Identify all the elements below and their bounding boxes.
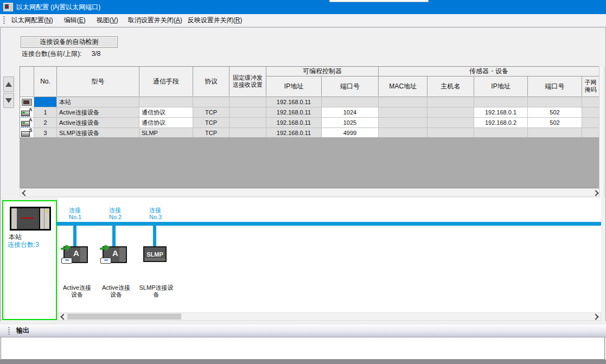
header-protocol: 协议 xyxy=(193,67,229,96)
ethernet-trunk-line xyxy=(57,222,601,226)
header-icon-col xyxy=(20,67,34,96)
header-sensor-ip: IP地址 xyxy=(474,76,528,96)
cell-sensor-port[interactable]: 502 xyxy=(528,118,582,128)
window-title: 以太网配置 (内置以太网端口) xyxy=(16,3,100,12)
active-device-icon: A xyxy=(21,108,33,117)
active-device-node-2[interactable]: A xyxy=(103,246,127,263)
menu-cancel-and-close[interactable]: 取消设置并关闭(A) xyxy=(128,14,182,27)
output-title: 输出 xyxy=(16,326,29,335)
cell-protocol[interactable] xyxy=(193,97,229,107)
scrollbar-thumb[interactable] xyxy=(67,314,181,320)
header-sensor-port: 端口号 xyxy=(528,76,582,96)
cell-buffer[interactable] xyxy=(229,107,266,118)
table-vertical-scrollbar[interactable] xyxy=(599,66,604,197)
menu-ethernet-config[interactable]: 以太网配置(N) xyxy=(11,14,53,27)
triangle-down-icon xyxy=(5,98,12,103)
cell-plc-port[interactable]: 1024 xyxy=(322,107,379,118)
cell-plc-ip[interactable]: 192.168.0.11 xyxy=(266,107,322,118)
output-grip-handle[interactable] xyxy=(8,327,10,335)
cell-sensor-ip[interactable] xyxy=(474,97,528,107)
cell-plc-ip[interactable]: 192.168.0.11 xyxy=(266,97,322,107)
output-panel-header: 输出 xyxy=(0,324,606,337)
slmp-device-icon: S xyxy=(21,129,33,138)
cell-sensor-ip[interactable]: 192.168.0.1 xyxy=(474,107,528,118)
host-station-icon xyxy=(22,99,32,106)
chevron-left-icon[interactable] xyxy=(22,190,28,196)
connection-count-value: 3/8 xyxy=(92,50,101,58)
host-station-panel-selected[interactable]: 本站 连接台数:3 xyxy=(2,200,57,320)
cell-buffer[interactable] xyxy=(229,118,266,128)
cell-no[interactable]: 1 xyxy=(34,107,57,118)
move-row-down-button[interactable] xyxy=(3,93,14,108)
active-device-node-1[interactable]: A xyxy=(63,246,88,263)
ethernet-config-window: 以太网配置 (内置以太网端口) 以太网配置(N) 编辑(E) 视图(V) 取消设… xyxy=(0,0,606,364)
cell-plc-port[interactable]: 1025 xyxy=(322,118,379,128)
header-subnet: 子网 掩码 xyxy=(582,76,599,96)
auto-detect-button[interactable]: 连接设备的自动检测 xyxy=(21,36,118,48)
table-row-host: 本站 192.168.0.11 xyxy=(20,97,599,107)
cell-model[interactable]: 本站 xyxy=(57,97,139,107)
drop-line-2 xyxy=(112,226,116,247)
host-connection-count: 连接台数:3 xyxy=(8,240,39,250)
cell-plc-port[interactable] xyxy=(322,97,379,107)
table-row: A 1 Active连接设备 通信协议 TCP 192.168.0.11 102… xyxy=(20,107,599,118)
header-plc-group-label: 可编程控制器 xyxy=(266,67,379,76)
triangle-up-icon xyxy=(5,82,12,87)
cell-comm[interactable]: 通信协议 xyxy=(139,107,193,118)
table-horizontal-scrollbar[interactable] xyxy=(20,188,601,197)
header-no: No. xyxy=(34,67,57,96)
menu-apply-and-close[interactable]: 反映设置并关闭(R) xyxy=(188,14,243,27)
cell-hostname[interactable] xyxy=(428,97,474,107)
cell-comm[interactable]: 通信协议 xyxy=(139,118,193,128)
header-group-sensor: 传感器・设备 MAC地址 主机名 IP地址 端口号 子网 掩码 xyxy=(379,67,599,97)
menu-edit[interactable]: 编辑(E) xyxy=(64,14,86,27)
drop-line-1 xyxy=(73,226,76,247)
cell-sensor-port[interactable] xyxy=(528,97,582,107)
plc-module-image xyxy=(10,207,51,231)
menu-bar: 以太网配置(N) 编辑(E) 视图(V) 取消设置并关闭(A) 反映设置并关闭(… xyxy=(0,14,606,27)
chevron-right-icon[interactable] xyxy=(592,314,598,320)
cell-subnet[interactable] xyxy=(582,97,599,107)
menu-view[interactable]: 视图(V) xyxy=(97,14,118,27)
connection-table: No. 型号 通信手段 协议 固定缓冲发 送接收设置 可编程控制器 IP地址 端… xyxy=(20,66,599,139)
cell-row-icon xyxy=(20,97,34,107)
cell-protocol[interactable]: TCP xyxy=(193,118,229,128)
cell-sensor-port[interactable]: 502 xyxy=(528,107,582,118)
cell-no-selected[interactable] xyxy=(34,97,57,107)
connection-label-1: 连接No.1 xyxy=(69,207,107,221)
cell-row-icon: A xyxy=(20,107,34,118)
cell-mac[interactable] xyxy=(379,97,428,107)
cell-hostname[interactable] xyxy=(428,107,474,118)
slmp-device-node[interactable]: SLMP xyxy=(143,246,167,262)
table-row: A 2 Active连接设备 通信协议 TCP 192.168.0.11 102… xyxy=(20,118,599,128)
diagram-horizontal-scrollbar[interactable] xyxy=(58,312,601,321)
cell-buffer[interactable] xyxy=(229,97,266,107)
chevron-right-icon[interactable] xyxy=(592,190,598,196)
cell-subnet[interactable] xyxy=(582,107,599,118)
cell-plc-ip[interactable]: 192.168.0.11 xyxy=(266,118,322,128)
header-group-plc: 可编程控制器 IP地址 端口号 xyxy=(266,67,379,97)
table-header: No. 型号 通信手段 协议 固定缓冲发 送接收设置 可编程控制器 IP地址 端… xyxy=(20,67,599,97)
header-fixed-buffer: 固定缓冲发 送接收设置 xyxy=(229,67,266,96)
cell-protocol[interactable]: TCP xyxy=(193,107,229,118)
menu-grip-handle[interactable] xyxy=(3,16,5,25)
header-sensor-group-label: 传感器・设备 xyxy=(379,67,599,76)
content-top-border xyxy=(0,27,606,28)
connection-label-3: 连接No.3 xyxy=(149,207,187,221)
cell-no[interactable]: 2 xyxy=(34,118,57,128)
cell-model[interactable]: Active连接设备 xyxy=(57,107,139,118)
cell-hostname[interactable] xyxy=(428,118,474,128)
cell-model[interactable]: Active连接设备 xyxy=(57,118,139,128)
cell-comm[interactable] xyxy=(139,97,193,107)
cell-sensor-ip[interactable]: 192.168.0.2 xyxy=(474,118,528,128)
header-comm-method: 通信手段 xyxy=(139,67,193,96)
cell-subnet[interactable] xyxy=(582,118,599,128)
chevron-left-icon[interactable] xyxy=(60,314,66,320)
cell-mac[interactable] xyxy=(379,107,428,118)
move-row-up-button[interactable] xyxy=(3,76,14,92)
header-plc-ip: IP地址 xyxy=(266,76,322,96)
table-empty-area xyxy=(20,137,599,188)
cell-mac[interactable] xyxy=(379,118,428,128)
output-content-area[interactable] xyxy=(1,337,605,360)
buffer-chevrons-icon xyxy=(61,258,72,264)
